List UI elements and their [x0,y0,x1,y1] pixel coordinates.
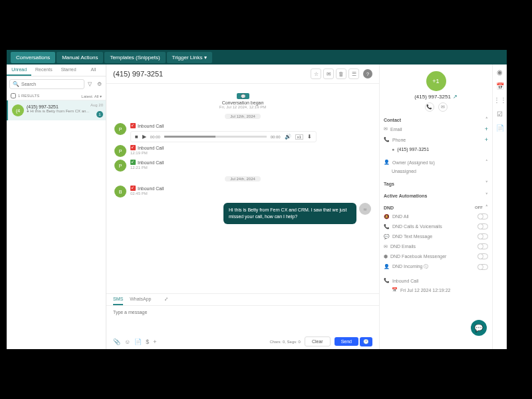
avatar: (4 [12,104,24,116]
email-icon[interactable]: ✉ [438,102,448,112]
chevron-down-icon[interactable]: ˅ [485,193,488,198]
call-icon[interactable]: 📞 [425,102,434,112]
conversation-panel: (415) 997-3251 ☆ ✉ 🗑 ☰ ? 💬 Conversation … [106,65,379,349]
chevron-up-icon[interactable]: ˄ [485,205,488,210]
message-thread: 💬 Conversation began Fri, Jul 12 2024, 1… [106,84,379,293]
subtab-unread[interactable]: Unread [7,65,31,76]
dnd-email-icon: ✉ [384,244,388,249]
call-entry: P Inbound Call 12:19 PM [114,145,371,157]
player-current-time: 00:00 [150,135,160,139]
dnd-text-label: DND Text Message [392,234,432,239]
owner-label: Owner (Assigned to) [392,160,435,165]
send-button[interactable]: Send [334,337,358,346]
conversation-began-label: Conversation began [114,100,371,105]
activity-timestamp: Fri Jul 12 2024 12:19:22 [400,288,451,293]
tab-templates[interactable]: Templates (Snippets) [104,52,165,63]
tab-manual-actions[interactable]: Manual Actions [57,52,103,63]
call-label: Inbound Call [138,186,164,191]
add-phone-icon[interactable]: + [485,136,488,143]
call-label: Inbound Call [138,160,164,165]
message-input[interactable] [106,306,379,332]
select-all-checkbox[interactable] [11,93,16,98]
caller-avatar: P [114,123,126,135]
email-label: Email [390,127,402,132]
caller-avatar: P [114,160,126,172]
emoji-icon[interactable]: ☺ [124,338,130,345]
filter-messages-icon[interactable]: ☰ [348,68,359,79]
attachment-icon[interactable]: 📎 [113,338,120,345]
rail-apps-icon[interactable]: ⋮⋮ [493,96,507,104]
send-dropdown[interactable]: 🕐 [360,337,372,346]
dnd-text-toggle[interactable] [477,233,488,239]
tab-trigger-links[interactable]: Trigger Links ▾ [167,52,212,63]
composer-tab-whatsapp[interactable]: WhatsApp [130,294,151,305]
chevron-up-icon[interactable]: ˄ [485,160,488,165]
open-contact-icon[interactable]: ↗ [453,94,458,100]
contact-avatar: +1 [426,71,446,91]
section-contact: Contact [384,118,401,122]
mail-icon[interactable]: ✉ [323,68,334,79]
search-input[interactable] [21,82,81,86]
call-label: Inbound Call [138,146,164,150]
dnd-calls-toggle[interactable] [477,223,488,229]
top-nav: Conversations Manual Actions Templates (… [7,50,507,65]
conversation-title: (415) 997-3251 [113,70,163,78]
settings-icon[interactable]: ⚙ [95,80,103,88]
dnd-all-icon: 🔕 [384,214,390,219]
section-tags: Tags [384,182,394,186]
rail-notes-icon[interactable]: 📄 [496,124,504,132]
contact-number: (415) 997-3251 [414,94,451,100]
volume-icon[interactable]: 🔊 [285,134,291,140]
filter-icon[interactable]: ▽ [86,80,94,88]
payment-icon[interactable]: $ [146,338,149,345]
subtab-starred[interactable]: Starred [57,65,81,76]
char-count: Chars: 0, Segs: 0 [270,340,301,344]
chevron-up-icon[interactable]: ˄ [485,117,488,122]
add-email-icon[interactable]: + [485,126,488,132]
dnd-fb-toggle[interactable] [477,253,488,259]
play-icon[interactable]: ▶ [142,134,146,140]
dnd-all-toggle[interactable] [477,213,488,219]
chat-fab[interactable]: 💬 [471,320,487,336]
sender-avatar: ∞ [359,203,371,215]
template-icon[interactable]: 📄 [134,338,142,345]
rail-calendar-icon[interactable]: 📅 [496,82,504,90]
star-icon[interactable]: ☆ [311,68,321,79]
speed-icon[interactable]: x1 [295,134,303,140]
stop-icon[interactable]: ■ [135,134,138,140]
chevron-down-icon[interactable]: ˅ [485,181,488,186]
call-entry: B Inbound Call 02:45 PM [114,186,371,198]
tab-conversations[interactable]: Conversations [11,52,55,63]
phone-label: Phone [392,138,406,142]
dnd-incoming-icon: 👤 [384,264,390,269]
unread-badge: 1 [96,111,103,118]
section-dnd: DND [384,205,394,210]
rail-tasks-icon[interactable]: ☑ [497,110,503,118]
clear-button[interactable]: Clear [305,336,331,346]
conversation-began-timestamp: Fri, Jul 12 2024, 12:19 PM [114,105,371,109]
expand-icon[interactable]: ⤢ [164,294,168,305]
missed-call-icon [130,123,136,128]
sort-latest[interactable]: Latest: All ▾ [81,94,102,98]
player-track[interactable] [164,136,267,138]
caller-avatar: P [114,145,126,157]
phone-icon: 📞 [384,137,390,142]
add-icon[interactable]: + [153,338,156,345]
rail-profile-icon[interactable]: ◉ [497,68,503,76]
search-icon: 🔍 [13,81,19,87]
audio-player: ■ ▶ 00:00 00:00 🔊 x1 ⬇ [130,131,317,142]
trash-icon[interactable]: 🗑 [336,68,346,79]
info-icon[interactable]: ? [363,69,372,78]
dnd-email-toggle[interactable] [477,243,488,249]
subtab-all[interactable]: All [81,65,106,76]
dnd-incoming-toggle[interactable] [477,264,488,270]
dnd-email-label: DND Emails [390,244,416,249]
conversation-item[interactable]: (4 (415) 997-3251 ● Hi this is Betty fro… [7,100,106,120]
subtab-recents[interactable]: Recents [31,65,56,76]
download-icon[interactable]: ⬇ [307,134,312,140]
call-time: 12:21 PM [130,166,371,170]
composer-tab-sms[interactable]: SMS [113,294,123,305]
search-box[interactable]: 🔍 [9,79,84,89]
owner-icon: 👤 [384,160,390,165]
dnd-status: OFF [475,205,483,209]
